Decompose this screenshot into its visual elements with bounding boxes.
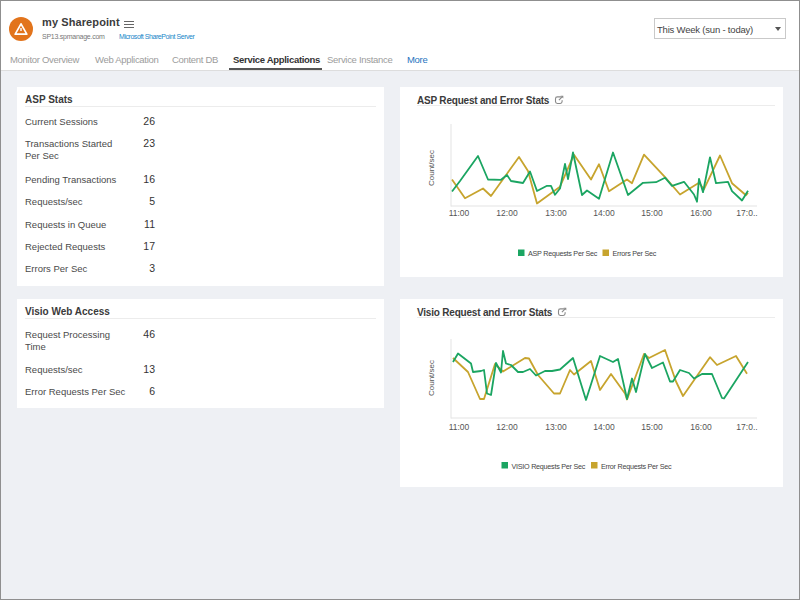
svg-text:15:00: 15:00 — [641, 422, 663, 432]
svg-text:12:00: 12:00 — [496, 422, 518, 432]
svg-text:17:0..: 17:0.. — [736, 422, 757, 432]
svg-text:16:00: 16:00 — [690, 208, 712, 218]
svg-text:Count/sec: Count/sec — [427, 360, 436, 396]
svg-text:16:00: 16:00 — [690, 422, 712, 432]
svg-text:11:00: 11:00 — [449, 208, 470, 218]
svg-text:Errors Per Sec: Errors Per Sec — [613, 249, 657, 258]
svg-text:13:00: 13:00 — [545, 208, 567, 218]
svg-text:11:00: 11:00 — [449, 422, 470, 432]
svg-text:Count/sec: Count/sec — [427, 150, 436, 186]
svg-text:17:0..: 17:0.. — [736, 208, 757, 218]
svg-text:14:00: 14:00 — [593, 208, 615, 218]
svg-text:13:00: 13:00 — [545, 422, 567, 432]
svg-text:Error Requests Per Sec: Error Requests Per Sec — [601, 462, 672, 471]
svg-text:ASP Requests Per Sec: ASP Requests Per Sec — [528, 249, 598, 258]
svg-text:14:00: 14:00 — [593, 422, 615, 432]
svg-text:12:00: 12:00 — [496, 208, 518, 218]
svg-text:VISIO Requests Per Sec: VISIO Requests Per Sec — [512, 462, 586, 471]
svg-text:15:00: 15:00 — [641, 208, 663, 218]
